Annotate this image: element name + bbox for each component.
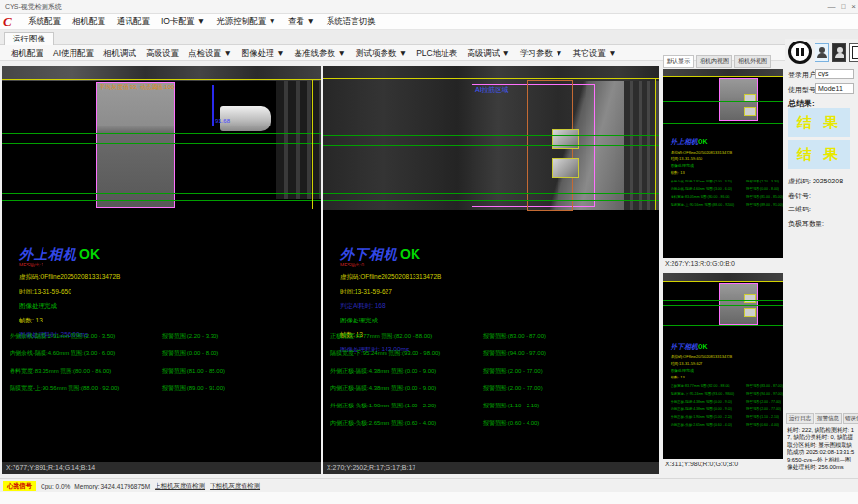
center-pixel-coord-bar: X:270;Y:2502;R:17;G:17;B:17 — [323, 462, 659, 474]
alarm-range: 报警范围:(1.10 - 2.10) — [483, 402, 539, 410]
menu-comm-config[interactable]: 通讯配置 — [111, 14, 156, 30]
thumb1-overlay: 外上相机OK 虚拟码:OFfline2025020813313472B 时间:1… — [671, 130, 781, 210]
camera-view-upper[interactable]: 平均灰度值:93, 动态阈值:100 91.68 外上相机OK MES输出:1 … — [2, 66, 321, 474]
blue-measure-line — [212, 85, 214, 126]
thumbnail-lower-camera[interactable]: 外下相机OK 虚拟码:OFfline2025020813313472B 时间:1… — [663, 273, 783, 459]
menu-bar: C 系统配置 相机配置 通讯配置 IO卡配置 ▼ 光源控制配置 ▼ 查看 ▼ 系… — [0, 14, 858, 30]
model-field[interactable] — [815, 83, 854, 94]
tool-camera-debug[interactable]: 相机调试 — [99, 45, 141, 61]
virtual-code-text: 虚拟码:OFfline2025020813313472B — [671, 150, 781, 154]
thumb-tab-inner-view[interactable]: 相机内视图 — [696, 55, 732, 68]
menu-io-config[interactable]: IO卡配置 ▼ — [156, 14, 211, 30]
yellow-ref-line — [663, 76, 783, 77]
measurement-value: 外侧正极-负极:1.90mm 范围:(1.00 - 2.20) — [330, 402, 436, 410]
machinery-band — [663, 69, 783, 76]
cpu-usage-text: Cpu: 0.0% — [41, 483, 70, 490]
maximize-icon[interactable]: □ — [841, 0, 845, 14]
detected-object-box — [552, 129, 579, 149]
thumbnail-upper-camera[interactable]: 外上相机OK 虚拟码:OFfline2025020813313472B 时间:1… — [663, 69, 783, 258]
tool-learn-params[interactable]: 学习参数 ▼ — [515, 45, 568, 61]
tool-plc-address[interactable]: PLC地址表 — [412, 45, 462, 61]
thumb2-measurements: 正极宽度:83.77mm 范围:(82.00 - 88.00)报警范围:(83.… — [671, 384, 781, 431]
tool-ai-config[interactable]: AI使用配置 — [48, 45, 99, 61]
process-done-text: 图像处理完成 — [19, 302, 309, 311]
left-overlay-text: 外上相机OK MES输出:1 虚拟码:OFfline20250208133134… — [19, 245, 309, 340]
measurement-row: 卷料宽度:83.05mm 范围:(80.00 - 86.00)报警范围:(81.… — [10, 367, 317, 384]
alarm-range: 报警范围:(2.20 - 3.30) — [162, 332, 218, 341]
pause-button[interactable] — [788, 41, 812, 64]
lower-camera-gray-link[interactable]: 下相机灰度值检测 — [210, 482, 260, 490]
left-pixel-coord-bar: X:7677;Y:891;R:14;G:14;B:14 — [2, 462, 321, 474]
tool-test-params[interactable]: 测试项参数 ▼ — [351, 45, 412, 61]
tool-advanced-debug[interactable]: 高级调试 ▼ — [462, 45, 515, 61]
measurement-value: 卷料宽度:83.05mm 范围:(80.00 - 86.00) — [10, 367, 111, 376]
green-baseline — [663, 101, 783, 102]
alarm-range: 报警范围:(81.00 - 85.00) — [746, 195, 783, 199]
close-icon[interactable]: × — [851, 0, 856, 14]
menu-system-config[interactable]: 系统配置 — [22, 14, 67, 30]
measurement-value: 内侧正极-隔膜:4.38mm 范围:(0.00 - 9.00) — [330, 384, 436, 393]
upper-camera-gray-link[interactable]: 上相机灰度值检测 — [155, 482, 205, 490]
alarm-range: 报警范围:(94.00 - 97.00) — [483, 350, 546, 358]
measurement-value: 隔膜宽度-上:90.56mm 范围:(88.00 - 92.00) — [671, 203, 734, 207]
thumb-tab-default[interactable]: 默认显示 — [663, 55, 694, 68]
window-title: CYS-视觉检测系统 — [5, 3, 62, 10]
thumb-tab-outer-view[interactable]: 相机外视图 — [734, 55, 771, 68]
yellow-edge-line — [312, 79, 313, 209]
user-mode-button-active[interactable] — [815, 43, 829, 62]
camera-view-lower[interactable]: AI拉筋区域 外下相机OK MES输出:0 虚拟码:OFfline2025020… — [323, 66, 659, 474]
log-text: 耗时: 222, 缺陷检测耗时: 17, 缺陷分类耗时: 0, 缺陷提取分区耗时… — [787, 427, 855, 472]
process-done-text: 图像处理完成 — [671, 163, 781, 168]
result-ok-text: OK — [698, 138, 708, 145]
app-window: CYS-视觉检测系统 — □ × C 系统配置 相机配置 通讯配置 IO卡配置 … — [0, 0, 858, 504]
login-user-field[interactable] — [815, 69, 854, 79]
green-baseline — [663, 305, 783, 306]
virtual-code-text: 虚拟码:OFfline2025020813313472B — [671, 354, 781, 359]
green-baseline — [663, 300, 783, 301]
pause-icon — [796, 48, 799, 56]
menu-camera-config[interactable]: 相机配置 — [67, 14, 111, 30]
ai-time-text: 判定AI耗时: 168 — [340, 302, 630, 311]
menu-light-config[interactable]: 光源控制配置 ▼ — [211, 14, 282, 30]
user-icon — [837, 47, 843, 53]
material-roi-box — [719, 283, 758, 325]
measurement-value: 内侧正极-隔膜:4.38mm 范围:(0.00 - 9.00) — [671, 407, 732, 411]
alarm-range: 报警范围:(2.00 - 77.00) — [746, 400, 781, 404]
alarm-range: 报警范围:(2.00 - 77.00) — [483, 367, 543, 376]
logout-button[interactable]: → — [849, 43, 858, 62]
measurement-value: 外侧正极-隔膜:4.38mm 范围:(0.00 - 9.00) — [330, 367, 436, 376]
minimize-icon[interactable]: — — [827, 0, 835, 14]
user-icon — [819, 47, 825, 53]
user-mode-button[interactable] — [832, 43, 846, 62]
alarm-range: 报警范围:(0.00 - 8.00) — [746, 187, 779, 191]
status-bar: 心跳信号 相机连接 通讯连接 Cpu: 0.0% Memory: 3424.41… — [0, 478, 858, 492]
tab-run-image[interactable]: 运行图像 — [4, 32, 54, 45]
log-tab-alarm[interactable]: 报警信息 — [815, 413, 842, 424]
yellow-ref-line — [2, 79, 321, 80]
thumbnail-tab-row: 默认显示 相机内视图 相机外视图 — [663, 55, 785, 68]
heartbeat-badge: 心跳信号 — [3, 481, 36, 491]
green-baseline — [663, 123, 783, 124]
menu-language-switch[interactable]: 系统语言切换 — [321, 14, 382, 30]
pin-number-label: 卷针号: — [788, 191, 811, 201]
measurement-row: 外侧余线-隔膜:2.91mm 范围:(2.00 - 3.50)报警范围:(2.2… — [10, 332, 317, 350]
measurement-row: 隔膜宽度-上:90.56mm 范围:(88.00 - 92.00)报警范围:(8… — [10, 384, 317, 402]
menu-view[interactable]: 查看 ▼ — [282, 14, 321, 30]
detected-object-box — [744, 107, 756, 116]
tool-advanced-settings[interactable]: 高级设置 — [141, 45, 184, 61]
tool-baseline-params[interactable]: 基准线参数 ▼ — [290, 45, 351, 61]
yellow-ref-line — [323, 78, 659, 79]
right-control-panel: → 登录用户: 使用型号: 总结果: 结 果 结 果 虚拟码: 20250208… — [785, 39, 858, 490]
tool-image-processing[interactable]: 图像处理 ▼ — [237, 45, 290, 61]
camera-title: 外上相机 — [671, 138, 698, 145]
frame-count-text: 帧数: 13 — [671, 375, 781, 379]
memory-usage-text: Memory: 3424.41796875M — [74, 483, 150, 490]
green-baseline — [323, 193, 659, 194]
tool-camera-config[interactable]: 相机配置 — [6, 45, 48, 61]
alarm-range: 报警范围:(94.00 - 97.00) — [746, 392, 783, 396]
window-controls: — □ × — [827, 0, 856, 14]
tool-spot-check[interactable]: 点检设置 ▼ — [184, 45, 237, 61]
log-tab-error[interactable]: 错误信息 — [843, 413, 858, 424]
tool-other-settings[interactable]: 其它设置 ▼ — [568, 45, 621, 61]
log-tab-run[interactable]: 运行日志 — [786, 413, 814, 424]
